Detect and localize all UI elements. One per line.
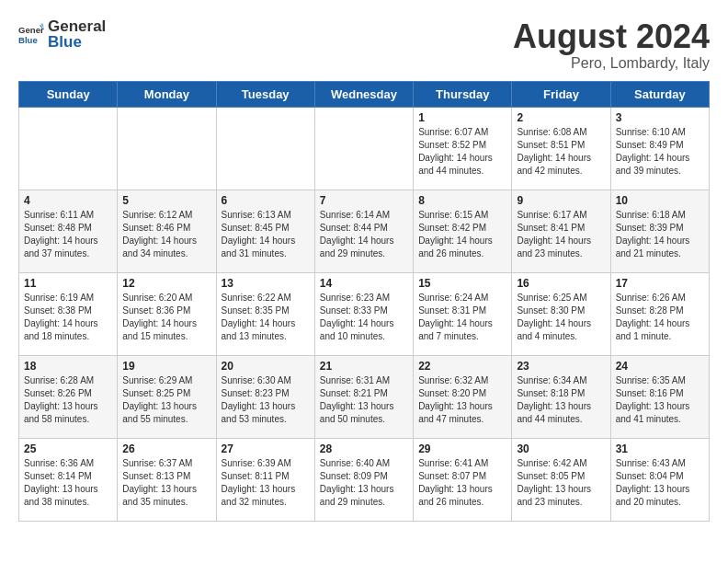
day-number: 9: [517, 194, 605, 207]
day-number: 8: [418, 194, 506, 207]
day-cell: 20Sunrise: 6:30 AM Sunset: 8:23 PM Dayli…: [216, 355, 314, 438]
day-number: 16: [517, 277, 605, 290]
logo-icon: General Blue: [18, 22, 44, 48]
day-number: 23: [517, 360, 605, 373]
day-number: 4: [24, 194, 112, 207]
day-info: Sunrise: 6:34 AM Sunset: 8:18 PM Dayligh…: [517, 374, 605, 426]
day-cell: 5Sunrise: 6:12 AM Sunset: 8:46 PM Daylig…: [118, 190, 216, 272]
day-cell: 31Sunrise: 6:43 AM Sunset: 8:04 PM Dayli…: [610, 438, 709, 521]
day-cell: 23Sunrise: 6:34 AM Sunset: 8:18 PM Dayli…: [512, 355, 610, 438]
header-row: SundayMondayTuesdayWednesdayThursdayFrid…: [19, 81, 710, 107]
day-number: 2: [517, 111, 605, 124]
logo-blue-text: Blue: [48, 34, 106, 52]
day-number: 26: [122, 442, 210, 455]
day-info: Sunrise: 6:11 AM Sunset: 8:48 PM Dayligh…: [24, 209, 112, 260]
day-number: 10: [616, 194, 704, 207]
day-cell: 6Sunrise: 6:13 AM Sunset: 8:45 PM Daylig…: [216, 190, 314, 272]
day-number: 17: [616, 277, 704, 290]
day-info: Sunrise: 6:13 AM Sunset: 8:45 PM Dayligh…: [222, 209, 310, 260]
day-number: 25: [24, 442, 112, 455]
day-info: Sunrise: 6:26 AM Sunset: 8:28 PM Dayligh…: [616, 292, 704, 343]
day-number: 20: [222, 360, 310, 373]
day-info: Sunrise: 6:30 AM Sunset: 8:23 PM Dayligh…: [222, 374, 310, 426]
day-number: 19: [122, 360, 210, 373]
week-row-4: 18Sunrise: 6:28 AM Sunset: 8:26 PM Dayli…: [19, 355, 710, 438]
day-cell: 27Sunrise: 6:39 AM Sunset: 8:11 PM Dayli…: [216, 438, 314, 521]
day-info: Sunrise: 6:28 AM Sunset: 8:26 PM Dayligh…: [24, 374, 112, 426]
day-info: Sunrise: 6:40 AM Sunset: 8:09 PM Dayligh…: [320, 457, 408, 509]
day-cell: 21Sunrise: 6:31 AM Sunset: 8:21 PM Dayli…: [314, 355, 413, 438]
day-cell: 11Sunrise: 6:19 AM Sunset: 8:38 PM Dayli…: [19, 272, 118, 355]
day-cell: 8Sunrise: 6:15 AM Sunset: 8:42 PM Daylig…: [414, 190, 512, 272]
day-number: 14: [320, 277, 408, 290]
week-row-3: 11Sunrise: 6:19 AM Sunset: 8:38 PM Dayli…: [19, 272, 710, 355]
header-cell-thursday: Thursday: [414, 81, 512, 107]
header-cell-monday: Monday: [118, 81, 216, 107]
day-info: Sunrise: 6:18 AM Sunset: 8:39 PM Dayligh…: [616, 209, 704, 260]
day-cell: 9Sunrise: 6:17 AM Sunset: 8:41 PM Daylig…: [512, 190, 610, 272]
day-cell: 13Sunrise: 6:22 AM Sunset: 8:35 PM Dayli…: [216, 272, 314, 355]
day-info: Sunrise: 6:31 AM Sunset: 8:21 PM Dayligh…: [320, 374, 408, 426]
header-cell-saturday: Saturday: [610, 81, 709, 107]
day-cell: 18Sunrise: 6:28 AM Sunset: 8:26 PM Dayli…: [19, 355, 118, 438]
svg-text:General: General: [18, 25, 44, 35]
day-number: 30: [517, 442, 605, 455]
day-cell: 22Sunrise: 6:32 AM Sunset: 8:20 PM Dayli…: [414, 355, 512, 438]
location-subtitle: Pero, Lombardy, Italy: [513, 55, 710, 72]
day-info: Sunrise: 6:14 AM Sunset: 8:44 PM Dayligh…: [320, 209, 408, 260]
title-block: August 2024 Pero, Lombardy, Italy: [513, 18, 710, 72]
day-cell: 12Sunrise: 6:20 AM Sunset: 8:36 PM Dayli…: [118, 272, 216, 355]
day-info: Sunrise: 6:32 AM Sunset: 8:20 PM Dayligh…: [418, 374, 506, 426]
day-number: 22: [418, 360, 506, 373]
day-info: Sunrise: 6:43 AM Sunset: 8:04 PM Dayligh…: [616, 457, 704, 509]
day-info: Sunrise: 6:22 AM Sunset: 8:35 PM Dayligh…: [222, 292, 310, 343]
calendar-body: 1Sunrise: 6:07 AM Sunset: 8:52 PM Daylig…: [19, 107, 710, 521]
day-info: Sunrise: 6:39 AM Sunset: 8:11 PM Dayligh…: [222, 457, 310, 509]
day-info: Sunrise: 6:17 AM Sunset: 8:41 PM Dayligh…: [517, 209, 605, 260]
day-number: 1: [418, 111, 506, 124]
week-row-2: 4Sunrise: 6:11 AM Sunset: 8:48 PM Daylig…: [19, 190, 710, 272]
day-cell: 14Sunrise: 6:23 AM Sunset: 8:33 PM Dayli…: [314, 272, 413, 355]
day-cell: 25Sunrise: 6:36 AM Sunset: 8:14 PM Dayli…: [19, 438, 118, 521]
day-info: Sunrise: 6:12 AM Sunset: 8:46 PM Dayligh…: [122, 209, 210, 260]
day-number: 18: [24, 360, 112, 373]
day-info: Sunrise: 6:25 AM Sunset: 8:30 PM Dayligh…: [517, 292, 605, 343]
header-cell-wednesday: Wednesday: [314, 81, 413, 107]
day-info: Sunrise: 6:19 AM Sunset: 8:38 PM Dayligh…: [24, 292, 112, 343]
day-info: Sunrise: 6:29 AM Sunset: 8:25 PM Dayligh…: [122, 374, 210, 426]
day-number: 11: [24, 277, 112, 290]
logo: General Blue General Blue: [18, 18, 106, 51]
day-number: 29: [418, 442, 506, 455]
day-cell: 15Sunrise: 6:24 AM Sunset: 8:31 PM Dayli…: [414, 272, 512, 355]
day-cell: [19, 107, 118, 190]
day-cell: 3Sunrise: 6:10 AM Sunset: 8:49 PM Daylig…: [610, 107, 709, 190]
day-cell: 10Sunrise: 6:18 AM Sunset: 8:39 PM Dayli…: [610, 190, 709, 272]
day-cell: [216, 107, 314, 190]
day-cell: 17Sunrise: 6:26 AM Sunset: 8:28 PM Dayli…: [610, 272, 709, 355]
svg-text:Blue: Blue: [18, 34, 38, 44]
header-cell-friday: Friday: [512, 81, 610, 107]
day-cell: 26Sunrise: 6:37 AM Sunset: 8:13 PM Dayli…: [118, 438, 216, 521]
day-info: Sunrise: 6:20 AM Sunset: 8:36 PM Dayligh…: [122, 292, 210, 343]
day-info: Sunrise: 6:23 AM Sunset: 8:33 PM Dayligh…: [320, 292, 408, 343]
day-cell: 29Sunrise: 6:41 AM Sunset: 8:07 PM Dayli…: [414, 438, 512, 521]
day-info: Sunrise: 6:41 AM Sunset: 8:07 PM Dayligh…: [418, 457, 506, 509]
day-number: 31: [616, 442, 704, 455]
day-cell: 30Sunrise: 6:42 AM Sunset: 8:05 PM Dayli…: [512, 438, 610, 521]
day-cell: 28Sunrise: 6:40 AM Sunset: 8:09 PM Dayli…: [314, 438, 413, 521]
day-number: 3: [616, 111, 704, 124]
day-info: Sunrise: 6:36 AM Sunset: 8:14 PM Dayligh…: [24, 457, 112, 509]
calendar-table: SundayMondayTuesdayWednesdayThursdayFrid…: [18, 81, 710, 522]
day-info: Sunrise: 6:37 AM Sunset: 8:13 PM Dayligh…: [122, 457, 210, 509]
day-info: Sunrise: 6:42 AM Sunset: 8:05 PM Dayligh…: [517, 457, 605, 509]
day-number: 21: [320, 360, 408, 373]
day-cell: [314, 107, 413, 190]
day-number: 28: [320, 442, 408, 455]
week-row-1: 1Sunrise: 6:07 AM Sunset: 8:52 PM Daylig…: [19, 107, 710, 190]
day-cell: 7Sunrise: 6:14 AM Sunset: 8:44 PM Daylig…: [314, 190, 413, 272]
day-cell: [118, 107, 216, 190]
week-row-5: 25Sunrise: 6:36 AM Sunset: 8:14 PM Dayli…: [19, 438, 710, 521]
day-number: 7: [320, 194, 408, 207]
month-year-title: August 2024: [513, 18, 710, 55]
day-info: Sunrise: 6:35 AM Sunset: 8:16 PM Dayligh…: [616, 374, 704, 426]
